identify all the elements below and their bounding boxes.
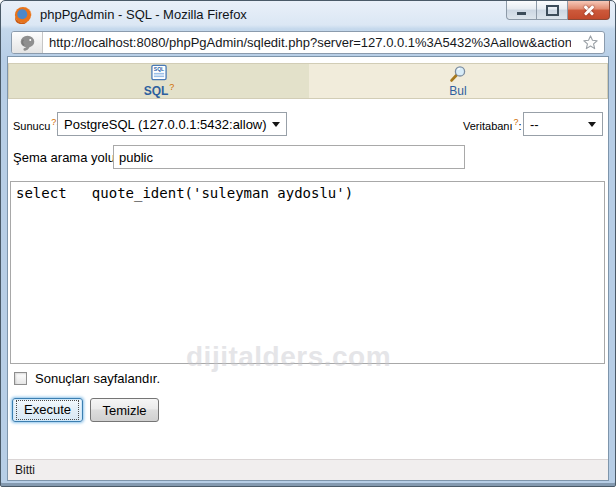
execute-button-label: Execute [16, 400, 79, 420]
server-select-value: PostgreSQL (127.0.0.1:5432:allow) [64, 117, 267, 132]
server-select[interactable]: PostgreSQL (127.0.0.1:5432:allow) [57, 112, 287, 136]
paginate-checkbox[interactable] [14, 372, 27, 385]
tab-find[interactable]: Bul [309, 64, 607, 98]
status-bar: Bitti [8, 459, 608, 480]
help-mark[interactable]: ? [169, 82, 174, 92]
close-button[interactable] [568, 1, 610, 20]
title-bar[interactable]: phpPgAdmin - SQL - Mozilla Firefox [1, 1, 615, 28]
tab-sql[interactable]: SQL SQL? [9, 64, 309, 98]
bookmark-button[interactable] [577, 32, 604, 53]
database-select[interactable]: -- [523, 112, 603, 136]
phppgadmin-page: SQL SQL? Bul Sunucu?: [8, 57, 608, 459]
clear-button[interactable]: Temizle [90, 398, 159, 422]
url-bar [11, 31, 605, 54]
schema-path-label: Şema arama yolu?: [13, 149, 125, 165]
star-icon [582, 34, 599, 51]
status-text: Bitti [15, 463, 35, 477]
window-title: phpPgAdmin - SQL - Mozilla Firefox [40, 1, 247, 28]
maximize-icon [546, 5, 559, 16]
page-content: SQL SQL? Bul Sunucu?: [7, 56, 609, 481]
chevron-down-icon [272, 122, 280, 127]
server-label: Sunucu?: [13, 117, 59, 132]
paginate-row: Sonuçları sayfalandır. [14, 371, 160, 386]
minimize-icon [517, 12, 526, 15]
clear-button-label: Temizle [102, 403, 146, 418]
chevron-down-icon [588, 122, 596, 127]
tab-sql-label: SQL? [144, 82, 175, 98]
window-controls [506, 1, 610, 20]
database-select-value: -- [530, 117, 539, 132]
firefox-icon [14, 6, 32, 24]
tab-find-label: Bul [449, 84, 466, 98]
minimize-button[interactable] [506, 1, 537, 20]
search-icon [449, 65, 467, 83]
paginate-label[interactable]: Sonuçları sayfalandır. [35, 371, 160, 386]
svg-text:SQL: SQL [154, 66, 164, 72]
tab-bar: SQL SQL? Bul [8, 63, 608, 99]
browser-window: phpPgAdmin - SQL - Mozilla Firefox [0, 0, 616, 487]
schema-path-input[interactable] [113, 145, 465, 169]
sql-query-textarea[interactable]: select quote_ident('suleyman aydoslu') [10, 181, 605, 364]
site-identity-button[interactable] [12, 32, 43, 53]
database-label: Veritabanı?: [463, 117, 522, 132]
url-input[interactable] [43, 32, 577, 53]
maximize-button[interactable] [537, 1, 568, 20]
close-icon [583, 4, 595, 16]
execute-button[interactable]: Execute [12, 398, 83, 422]
postgresql-elephant-icon [19, 34, 36, 51]
sql-document-icon: SQL [150, 64, 168, 81]
